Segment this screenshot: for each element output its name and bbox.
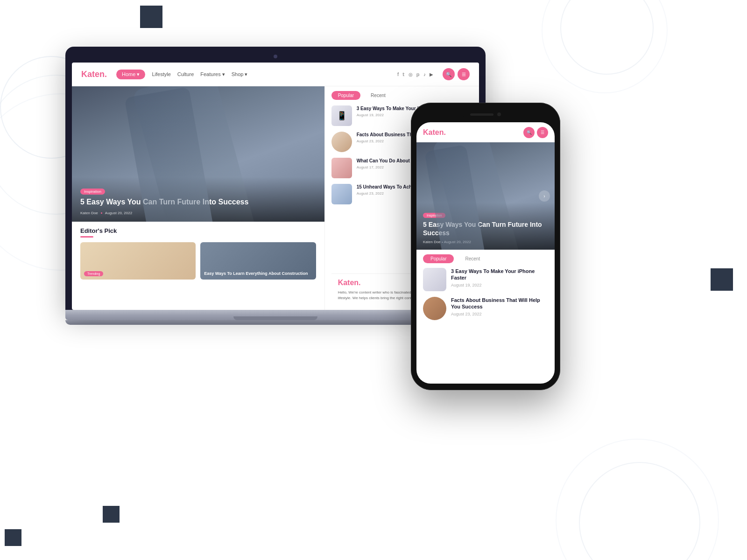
hero-author: Katen Doe [80,211,98,215]
phone-tab-recent[interactable]: Recent [458,254,487,263]
nav-item-home[interactable]: Home ▾ [116,70,145,79]
phone-screen: Katen. 🔍 ☰ Inspiration 5 Easy Ways You C… [416,122,555,384]
nav-item-lifestyle[interactable]: Lifestyle [152,71,170,77]
phone-logo-text: Katen [423,128,444,136]
phone-article-thumb-1 [423,268,446,291]
phone-logo: Katen. [423,128,446,137]
nav-action-buttons: 🔍 ☰ [443,68,470,80]
phone-hero-arrow[interactable]: › [539,190,550,202]
pick-card-2[interactable]: Easy Ways To Learn Everything About Cons… [200,242,316,280]
logo-text: Katen [81,70,105,79]
phone-popular-section: Popular Recent 3 Easy Ways To Make Your … [416,250,555,325]
phone-article-title-2: Facts About Business That Will Help You … [451,297,548,310]
phone-article-item-2[interactable]: Facts About Business That Will Help You … [423,297,548,320]
phone-hero-image: Inspiration 5 Easy Ways You Can Turn Fut… [416,142,555,250]
hero-image: Inspiration 5 Easy Ways You Can Turn Fut… [72,86,324,222]
phone-article-thumb-2 [423,297,446,320]
phone-camera [497,112,501,116]
trending-badge-wrapper: Trending [84,268,103,277]
hero-tag: Inspiration [80,189,105,195]
phone-article-title-1: 3 Easy Ways To Make Your iPhone Faster [451,268,548,281]
phone-navbar: Katen. 🔍 ☰ [416,122,555,142]
phone-tab-popular[interactable]: Popular [423,254,454,263]
phone-article-list: 3 Easy Ways To Make Your iPhone Faster A… [423,268,548,320]
phone-hero-date: August 20, 2022 [444,240,471,244]
social-youtube-icon[interactable]: ▶ [430,72,433,77]
phone-logo-dot: . [444,128,445,136]
phone-popular-tabs: Popular Recent [423,254,548,263]
social-tiktok-icon[interactable]: ♪ [423,72,426,77]
tab-recent[interactable]: Recent [364,91,392,100]
phone-nav-actions: 🔍 ☰ [523,127,548,138]
article-thumb-3 [331,158,352,178]
article-thumb-4 [331,184,352,204]
laptop-camera-bar [72,53,479,60]
nav-social-icons: f 𝕥 ◎ 𝕡 ♪ ▶ [397,72,433,77]
phone-hero-author: Katen Doe [423,240,441,244]
thumb-walker-icon [331,184,352,204]
main-left-column: Inspiration 5 Easy Ways You Can Turn Fut… [72,86,324,310]
about-logo-dot: . [359,279,360,287]
nav-menu-button[interactable]: ☰ [458,68,470,80]
hero-date: August 20, 2022 [105,211,132,215]
article-thumb-1: 📱 [331,105,352,126]
phone-speaker [470,113,493,116]
nav-search-button[interactable]: 🔍 [443,68,455,80]
phone-hero-title: 5 Easy Ways You Can Turn Future Into Suc… [423,220,548,237]
nav-item-features[interactable]: Features ▾ [200,71,225,77]
hero-meta: Katen Doe August 20, 2022 [80,211,316,215]
social-twitter-icon[interactable]: 𝕥 [402,72,405,77]
laptop-camera [274,55,277,58]
social-instagram-icon[interactable]: ◎ [409,72,413,77]
social-facebook-icon[interactable]: f [397,72,399,77]
pick-card-2-title: Easy Ways To Learn Everything About Cons… [204,271,312,277]
hero-meta-dot [101,212,102,214]
social-pinterest-icon[interactable]: 𝕡 [416,72,420,77]
site-navbar: Katen . Home ▾ Lifestyle Culture Feature… [72,63,479,86]
phone-menu-button[interactable]: ☰ [537,127,548,138]
phone-thumb-phone-img [423,268,446,291]
phone-thumb-person-img [423,297,446,320]
phone-notch-bar [416,109,555,122]
phone-outer: Katen. 🔍 ☰ Inspiration 5 Easy Ways You C… [411,103,560,390]
hero-overlay: Inspiration 5 Easy Ways You Can Turn Fut… [72,177,324,222]
pick-cards-row: Trending Easy Ways To Learn Everything A… [80,242,316,280]
thumb-phone-icon: 📱 [331,105,352,126]
phone-article-date-1: August 19, 2022 [451,283,548,287]
phone-search-button[interactable]: 🔍 [523,127,535,138]
trending-badge: Trending [84,271,103,276]
pick-card-2-text: Easy Ways To Learn Everything About Cons… [204,271,312,277]
nav-item-culture[interactable]: Culture [177,71,194,77]
hero-title: 5 Easy Ways You Can Turn Future Into Suc… [80,197,316,207]
thumb-fashion-icon [331,158,352,178]
logo-dot: . [105,70,107,79]
editors-pick-title: Editor's Pick [80,227,316,234]
section-underline [80,236,93,238]
phone-hero-meta: Katen Doe • August 20, 2022 [423,240,548,244]
phone-device: Katen. 🔍 ☰ Inspiration 5 Easy Ways You C… [411,103,560,390]
tab-popular[interactable]: Popular [331,91,360,100]
article-thumb-2 [331,132,352,152]
phone-article-info-1: 3 Easy Ways To Make Your iPhone Faster A… [451,268,548,287]
phone-article-item-1[interactable]: 3 Easy Ways To Make Your iPhone Faster A… [423,268,548,291]
editors-pick-section: Editor's Pick Trending [72,222,324,285]
nav-item-shop[interactable]: Shop ▾ [232,71,248,77]
about-logo-text: Katen [338,279,359,287]
nav-menu: Home ▾ Lifestyle Culture Features ▾ Shop… [116,70,388,79]
scene-container: Katen . Home ▾ Lifestyle Culture Feature… [0,0,747,560]
phone-hero-tag: Inspiration [423,213,445,218]
thumb-person-icon [331,132,352,152]
phone-article-date-2: August 23, 2022 [451,312,548,316]
phone-notch [462,109,509,119]
pick-card-1[interactable]: Trending [80,242,196,280]
phone-hero-overlay: Inspiration 5 Easy Ways You Can Turn Fut… [416,203,555,250]
popular-tabs: Popular Recent [331,91,472,100]
phone-article-info-2: Facts About Business That Will Help You … [451,297,548,316]
site-logo: Katen . [81,70,107,79]
